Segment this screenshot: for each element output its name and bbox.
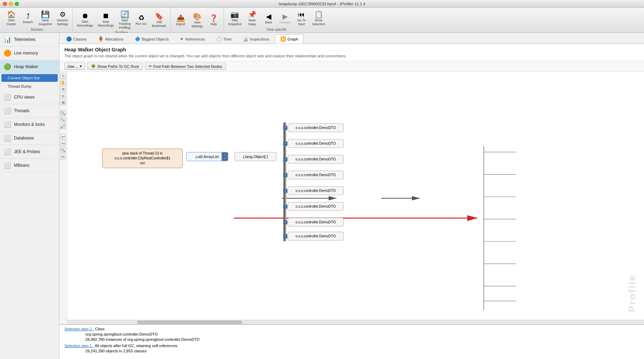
arraylist-expand-bottom[interactable]: +	[223, 157, 227, 160]
search-graph-button[interactable]: 🔎	[60, 123, 66, 129]
content-area: 🔵 Classes 🏺 Allocations 🔷 Biggest Object…	[59, 33, 644, 359]
select-tool-button[interactable]: ↖	[60, 73, 66, 79]
dto-5-expand[interactable]: +	[283, 189, 287, 193]
sidebar-label-mbeans: MBeans	[14, 163, 29, 168]
tab-allocations[interactable]: 🏺 Allocations	[93, 34, 129, 44]
zoom-out-button[interactable]: 🔍-	[60, 117, 66, 122]
undo-button[interactable]: ↩	[60, 134, 66, 139]
show-selection-button[interactable]: 📋 ShowSelection	[310, 9, 327, 27]
show-paths-button[interactable]: 🌳 Show Paths To GC Root	[87, 63, 143, 70]
zoom-in-button[interactable]: 🔍	[60, 110, 66, 116]
monitors-locks-icon: ⬜	[4, 121, 11, 128]
sidebar-item-live-memory[interactable]: 🟠 Live memory	[0, 46, 59, 60]
go-to-start-button[interactable]: ⏮ Go ToStart	[294, 9, 309, 27]
object-array-node[interactable]: j.lang.Object[ ]	[234, 152, 276, 161]
stop-recordings-button[interactable]: ⏹ StopRecordings	[96, 11, 116, 29]
view-settings-button[interactable]: 🎨 ViewSettings	[189, 11, 205, 29]
edit-button[interactable]: ✏	[60, 154, 66, 159]
dto-node-1[interactable]: + o.s.s.controller.DemoDTO	[288, 123, 344, 132]
sidebar-item-databases[interactable]: ⬜ Databases	[0, 131, 59, 145]
dto-8-expand[interactable]: +	[283, 234, 287, 238]
use-chevron-icon: ▾	[80, 64, 82, 69]
dto-8-label: o.s.s.controller.DemoDTO	[292, 234, 340, 238]
grid-tool-button[interactable]: ⊞	[60, 100, 66, 105]
sidebar-item-jee-probes[interactable]: ⬜ JEE & Probes	[0, 145, 59, 159]
start-center-button[interactable]: 🏠 StartCenter	[4, 9, 19, 27]
graph-canvas[interactable]: java stack of Thread-13 ino.s.s.controll…	[67, 72, 644, 320]
graph-scrollbar[interactable]	[67, 320, 644, 324]
export-button[interactable]: 📤 Export	[173, 13, 189, 27]
list-tool-button[interactable]: ≡	[60, 93, 66, 99]
save-snapshot-button[interactable]: 💾 SaveSnapshot	[36, 9, 54, 27]
back-button[interactable]: ◀ Back	[261, 11, 276, 26]
detach-button[interactable]: ⤴ Detach	[20, 11, 36, 25]
telemetries-icon: 📊	[4, 36, 11, 43]
sidebar-item-telemetries[interactable]: 📊 Telemetries	[0, 33, 59, 46]
redo-button[interactable]: ↪	[60, 141, 66, 146]
selection-step1-link[interactable]: Selection step 1 :	[64, 344, 94, 348]
dto-4-expand[interactable]: +	[283, 173, 287, 177]
tab-time[interactable]: 🕐 Time	[211, 34, 237, 44]
classes-tab-icon: 🔵	[66, 36, 72, 42]
sidebar-sub-thread-dump[interactable]: Thread Dump	[0, 82, 59, 91]
tab-classes[interactable]: 🔵 Classes	[61, 34, 92, 44]
session-settings-button[interactable]: ⚙ SessionSettings	[55, 9, 70, 27]
sidebar-item-cpu-views[interactable]: ⬜ CPU views	[0, 91, 59, 104]
start-tracking-icon: 🔄	[120, 10, 129, 19]
pan-tool-button[interactable]: ✋	[60, 80, 66, 85]
selection-step2-value: org.spring.springboot.controller.DemoDTO	[85, 332, 158, 336]
sidebar-item-monitors-locks[interactable]: ⬜ Monitors & locks	[0, 118, 59, 131]
start-tracking-button[interactable]: 🔄 StartTrackingProfiling	[117, 9, 133, 31]
tab-biggest-objects[interactable]: 🔷 Biggest Objects	[130, 34, 174, 44]
dto-6-expand[interactable]: +	[283, 204, 287, 209]
dto-node-3[interactable]: + o.s.s.controller.DemoDTO	[288, 155, 344, 164]
dto-node-5[interactable]: + o.s.s.controller.DemoDTO	[288, 186, 344, 195]
content-header: Heap Walker Object Graph The object grap…	[59, 44, 644, 61]
dto-node-2[interactable]: + o.s.s.controller.DemoDTO	[288, 139, 344, 148]
sidebar-item-mbeans[interactable]: ⬜ MBeans	[0, 159, 59, 172]
use-button[interactable]: Use ... ▾	[64, 63, 85, 70]
dto-2-expand[interactable]: +	[283, 142, 287, 146]
close-button[interactable]	[3, 2, 7, 6]
arraylist-expand-top[interactable]: +	[223, 153, 227, 157]
find-button[interactable]: 🔍	[60, 147, 66, 153]
sidebar: 📊 Telemetries 🟠 Live memory 🟢 Heap Walke…	[0, 33, 59, 359]
selection-step2-link[interactable]: Selection step 2 :	[64, 327, 94, 331]
sidebar-sub-current-object-set[interactable]: Current Object Set	[1, 74, 58, 82]
current-object-set-label: Current Object Set	[8, 76, 40, 80]
sidebar-item-threads[interactable]: ⬜ Threads	[0, 104, 59, 118]
dto-node-8[interactable]: + o.s.s.controller.DemoDTO	[288, 232, 344, 240]
run-gc-button[interactable]: ♻ Run GC	[133, 13, 149, 27]
dto-node-4[interactable]: + o.s.s.controller.DemoDTO	[288, 171, 344, 179]
tab-inspections-label: Inspections	[250, 37, 270, 41]
thread-node[interactable]: java stack of Thread-13 ino.s.s.controll…	[102, 149, 183, 168]
forward-button[interactable]: ▶ Forward	[277, 11, 293, 26]
minimize-button[interactable]	[9, 2, 13, 6]
forward-icon: ▶	[282, 12, 288, 21]
tab-references[interactable]: ✴ References	[175, 34, 210, 44]
tab-graph[interactable]: 🔀 Graph	[275, 34, 303, 44]
dto-7-expand[interactable]: +	[283, 220, 287, 224]
tab-inspections[interactable]: 🔬 Inspections	[238, 34, 275, 44]
start-recordings-button[interactable]: ⏺ StartRecordings	[75, 11, 95, 29]
graph-scrollbar-thumb[interactable]	[137, 321, 242, 324]
window-controls[interactable]	[3, 2, 19, 6]
take-snapshot-button[interactable]: 📷 TakeSnapshot	[226, 9, 244, 27]
selection-step2-detail-row: 28,992,780 instances of org.spring.sprin…	[64, 337, 639, 342]
tab-references-label: References	[185, 37, 205, 41]
time-tab-icon: 🕐	[216, 36, 222, 42]
add-bookmark-button[interactable]: 🔖 AddBookmark	[150, 11, 168, 29]
sidebar-item-heap-walker[interactable]: 🟢 Heap Walker	[0, 60, 59, 74]
dto-node-6[interactable]: + o.s.s.controller.DemoDTO	[288, 202, 344, 211]
dto-node-7[interactable]: + o.s.s.controller.DemoDTO	[288, 218, 344, 227]
start-recordings-icon: ⏺	[82, 12, 89, 20]
find-path-button[interactable]: ✏ Find Path Between Two Selected Nodes	[145, 63, 226, 70]
dto-3-expand[interactable]: +	[283, 157, 287, 161]
object-array-label: j.lang.Object[ ]	[238, 155, 273, 159]
remove-tool-button[interactable]: ✕	[60, 86, 66, 92]
dto-1-expand[interactable]: +	[283, 126, 287, 130]
help-button[interactable]: ❓ Help	[206, 13, 222, 27]
arraylist-node[interactable]: j.util.ArrayList + +	[186, 152, 228, 161]
mark-heap-button[interactable]: 📌 MarkHeap	[244, 9, 260, 27]
maximize-button[interactable]	[15, 2, 19, 6]
